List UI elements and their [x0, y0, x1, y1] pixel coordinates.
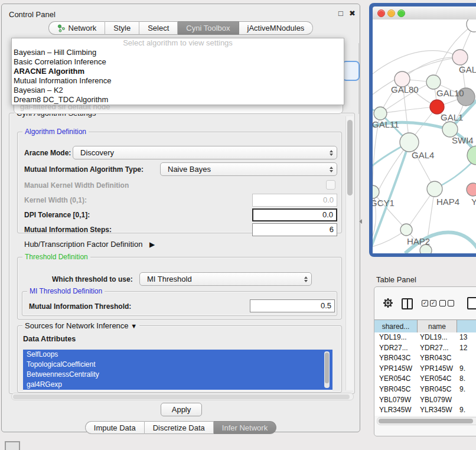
- node-green: [467, 146, 476, 165]
- aracne-mode-combo[interactable]: Discovery: [73, 146, 337, 159]
- table-row[interactable]: YDL19...YDL19...13: [374, 332, 476, 343]
- inference-algorithm-combo-fragment[interactable]: [342, 61, 360, 81]
- table-hscrollbar[interactable]: [377, 417, 476, 425]
- which-threshold-label: Which threshold to use:: [52, 275, 133, 283]
- dropdown-item[interactable]: Basic Correlation Inference: [12, 57, 344, 67]
- table-row[interactable]: YBR043CYBR043C: [374, 353, 476, 364]
- network-icon: [57, 24, 66, 32]
- hub-definition-toggle[interactable]: Hub/Transcription Factor Definition ▶: [24, 240, 155, 249]
- column-header-shared-name[interactable]: shared...: [374, 320, 418, 332]
- table-panel-card: ✓✓ shared... name YDL19...YDL19...13 YDR…: [374, 286, 476, 436]
- tab-network[interactable]: Network: [48, 21, 106, 35]
- algorithm-definition-title: Algorithm Definition: [22, 128, 89, 136]
- attribute-list-scrollbar[interactable]: [324, 351, 330, 388]
- tab-infer-network[interactable]: Infer Network: [214, 421, 276, 434]
- column-header-extra[interactable]: [457, 320, 476, 332]
- tab-discretize-data[interactable]: Discretize Data: [145, 421, 214, 434]
- close-traffic-light-icon[interactable]: [377, 9, 385, 17]
- table-row[interactable]: YER054CYER054C8.: [374, 374, 476, 384]
- mi-threshold-field[interactable]: 0.5: [250, 299, 335, 312]
- show-columns-icon[interactable]: [402, 298, 413, 309]
- node-hap2: [400, 224, 412, 236]
- control-panel: Control Panel □ ✖ Network Style Select: [1, 4, 360, 432]
- tab-jactivemnodules-label: jActiveMNodules: [247, 24, 305, 32]
- table-row[interactable]: YBR045CYBR045C9.: [374, 384, 476, 395]
- table-row[interactable]: YBL079WYBL079W: [374, 395, 476, 406]
- attribute-item-selected[interactable]: BetweennessCentrality: [23, 370, 332, 380]
- collapsed-arrow-icon: ▶: [149, 240, 155, 249]
- network-window-titlebar[interactable]: [373, 6, 476, 20]
- deselect-all-columns-icon[interactable]: [439, 300, 454, 306]
- expanded-arrow-icon: ▼: [131, 322, 137, 330]
- dropdown-item[interactable]: Bayesian – K2: [12, 86, 344, 95]
- zoom-traffic-light-icon[interactable]: [397, 9, 405, 17]
- tab-cyni-toolbox[interactable]: Cyni Toolbox: [178, 21, 239, 35]
- settings-hscrollbar[interactable]: [11, 393, 354, 400]
- node-label: GAL: [459, 64, 476, 74]
- close-window-icon[interactable]: ✖: [349, 9, 356, 18]
- dpi-tolerance-label: DPI Tolerance [0,1]:: [24, 211, 90, 219]
- node-pink: [467, 183, 476, 196]
- stepper-arrows-icon: [326, 150, 337, 156]
- data-attributes-list[interactable]: SelfLoops TopologicalCoefficient Between…: [23, 350, 332, 390]
- which-threshold-combo[interactable]: MI Threshold: [139, 272, 312, 286]
- table-hscrollbar-thumb[interactable]: [379, 419, 473, 423]
- settings-scrollbar[interactable]: [345, 116, 353, 390]
- cyni-bottom-tabbar: Impute Data Discretize Data Infer Networ…: [2, 421, 360, 434]
- dropdown-header: Select algorithm to view settings: [12, 38, 344, 48]
- mi-algorithm-type-value: Naive Bayes: [168, 165, 326, 174]
- mi-steps-field[interactable]: 6: [252, 223, 337, 236]
- dropdown-item[interactable]: Mutual Information Inference: [12, 76, 344, 86]
- attribute-item-selected[interactable]: SelfLoops: [23, 350, 332, 360]
- attribute-list-scrollbar-thumb[interactable]: [325, 353, 329, 383]
- table-row[interactable]: YDR27...YDR27...12: [374, 343, 476, 354]
- mi-algorithm-type-combo[interactable]: Naive Bayes: [160, 162, 337, 176]
- attribute-item-selected[interactable]: TopologicalCoefficient: [23, 360, 332, 370]
- dropdown-item[interactable]: Bayesian – Hill Climbing: [12, 48, 344, 57]
- node-label: GAL4: [412, 150, 434, 160]
- dpi-tolerance-field[interactable]: 0.0: [252, 208, 337, 221]
- kernel-width-field[interactable]: 0.0: [252, 194, 337, 207]
- aracne-mode-value: Discovery: [80, 148, 326, 157]
- mi-algorithm-type-label: Mutual Information Algorithm Type:: [24, 165, 144, 174]
- table-panel-title: Table Panel: [376, 275, 416, 284]
- tab-cyni-toolbox-label: Cyni Toolbox: [186, 24, 230, 32]
- select-all-columns-icon[interactable]: ✓✓: [422, 300, 436, 306]
- export-table-icon[interactable]: [467, 297, 476, 309]
- network-canvas[interactable]: GAL GAL80 GAL10 GAL1 GAL11 SWI4 GAL4 GCY…: [373, 19, 476, 253]
- dropdown-item[interactable]: Dream8 DC_TDC Algorithm: [12, 95, 344, 105]
- tab-impute-data[interactable]: Impute Data: [85, 421, 145, 434]
- node-gal4: [400, 133, 419, 152]
- minimize-traffic-light-icon[interactable]: [387, 9, 395, 17]
- panel-splitter-handle[interactable]: [359, 219, 362, 224]
- application-window: Control Panel □ ✖ Network Style Select: [0, 0, 476, 450]
- table-row[interactable]: YLR345WYLR345W9.: [374, 405, 476, 416]
- node-label: GAL80: [391, 84, 419, 94]
- sources-group-title[interactable]: Sources for Network Inference ▼: [22, 321, 139, 330]
- settings-scrollbar-thumb[interactable]: [347, 120, 353, 195]
- table-row[interactable]: YPR145WYPR145W9.: [374, 364, 476, 374]
- tab-network-label: Network: [69, 24, 97, 32]
- tab-select[interactable]: Select: [139, 21, 178, 35]
- apply-button[interactable]: Apply: [161, 403, 202, 416]
- data-attributes-label: Data Attributes: [23, 335, 76, 343]
- attribute-item-selected[interactable]: gal4RGexp: [23, 380, 332, 390]
- tab-select-label: Select: [148, 24, 169, 32]
- node-label: GAL10: [436, 88, 464, 98]
- table-body[interactable]: YDL19...YDL19...13 YDR27...YDR27...12 YB…: [374, 332, 476, 416]
- column-header-name[interactable]: name: [418, 320, 457, 332]
- dropdown-item-selected[interactable]: ARACNE Algorithm: [12, 67, 344, 76]
- manual-kernel-width-checkbox[interactable]: [326, 180, 335, 190]
- mi-threshold-label: Mutual Information Threshold:: [29, 302, 131, 311]
- float-window-icon[interactable]: □: [338, 9, 343, 18]
- aracne-mode-label: Aracne Mode:: [24, 149, 71, 157]
- node-gal10: [426, 75, 441, 89]
- mi-threshold-group-title: MI Threshold Definition: [27, 287, 105, 295]
- restore-panel-icon[interactable]: [5, 441, 20, 450]
- tab-style[interactable]: Style: [105, 21, 139, 35]
- mi-steps-label: Mutual Information Steps:: [24, 226, 112, 234]
- table-settings-gear-icon[interactable]: [383, 298, 393, 311]
- tab-discretize-data-label: Discretize Data: [153, 423, 205, 432]
- settings-hscrollbar-thumb[interactable]: [13, 394, 350, 399]
- tab-jactivemnodules[interactable]: jActiveMNodules: [239, 21, 314, 35]
